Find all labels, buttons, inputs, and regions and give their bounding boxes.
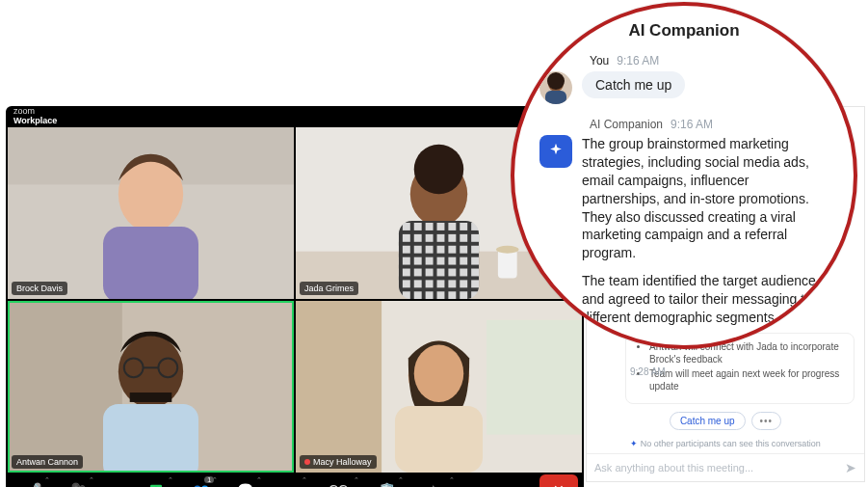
- participant-name: Brock Davis: [16, 284, 63, 293]
- participant-name: Antwan Cannon: [16, 457, 78, 467]
- ai-response: The group brainstormed marketing strateg…: [582, 135, 829, 337]
- sender-label: You: [590, 54, 609, 68]
- svg-point-27: [414, 345, 463, 402]
- microphone-icon: 🎤: [25, 481, 41, 487]
- participant-name-tag: Macy Halloway: [300, 455, 377, 469]
- participant-name: Jada Grimes: [304, 284, 354, 293]
- share-screen-icon: [148, 481, 164, 487]
- zoom-brand-big: Workplace: [13, 116, 57, 125]
- svg-rect-25: [487, 320, 582, 435]
- video-tile[interactable]: Antwan Cannon: [8, 301, 294, 473]
- user-message-bubble: Catch me up: [582, 71, 685, 98]
- ask-input-row: ➤: [587, 453, 864, 481]
- ask-input[interactable]: [594, 462, 839, 473]
- whiteboard-icon: ▭: [283, 481, 296, 487]
- ai-response-paragraph: The group brainstormed marketing strateg…: [582, 135, 829, 262]
- svg-rect-24: [296, 301, 381, 473]
- whiteboards-button[interactable]: ⌃ ▭ Whiteboards: [268, 474, 311, 487]
- participant-name-tag: Brock Davis: [12, 282, 67, 295]
- more-button[interactable]: ⋯ More: [460, 474, 503, 487]
- privacy-note: ✦ No other participants can see this con…: [587, 436, 864, 453]
- sparkle-icon: ✦: [630, 439, 638, 448]
- message-timestamp: 9:16 AM: [671, 118, 713, 131]
- message-timestamp: 9:28 AM: [630, 366, 666, 377]
- action-item: Team will meet again next week for progr…: [649, 368, 844, 392]
- participant-name-tag: Antwan Cannon: [12, 455, 83, 469]
- svg-rect-18: [130, 392, 172, 402]
- panel-title: AI Companion: [539, 21, 829, 41]
- share-button[interactable]: ⌃ Share: [135, 474, 177, 487]
- privacy-text: No other participants can see this conve…: [641, 439, 821, 448]
- more-suggestions-chip[interactable]: •••: [751, 412, 782, 430]
- more-icon: ⋯: [475, 481, 488, 487]
- user-avatar: [539, 71, 572, 104]
- suggestion-chip-row: Catch me up •••: [587, 408, 864, 436]
- user-message-meta: You 9:16 AM: [590, 54, 829, 68]
- zoom-toolbar: ⌃ 🎤 Audio ⌃ 🎥 Video ⌃ Share ⌃ 1 👥: [6, 474, 584, 487]
- participant-name: Macy Halloway: [313, 457, 372, 467]
- captions-button[interactable]: ⌃ CC Show captions: [313, 474, 363, 487]
- magnifier-callout: AI Companion You 9:16 AM Catch me up AI …: [511, 2, 857, 349]
- sender-label: AI Companion: [590, 118, 663, 131]
- video-button[interactable]: ⌃ 🎥 Video: [56, 474, 98, 487]
- catch-me-up-chip[interactable]: Catch me up: [670, 412, 746, 430]
- video-tile[interactable]: Macy Halloway: [296, 301, 582, 473]
- send-icon[interactable]: ➤: [845, 460, 856, 475]
- participant-name-tag: Jada Grimes: [300, 282, 358, 295]
- zoom-titlebar: zoom Workplace View: [6, 106, 584, 125]
- video-grid: Brock Davis Jada Grimes: [6, 125, 584, 474]
- sparkle-icon: ✦: [428, 481, 439, 487]
- svg-point-31: [547, 72, 565, 90]
- close-icon: ✕: [553, 481, 565, 487]
- svg-rect-13: [498, 250, 517, 279]
- svg-point-14: [496, 246, 519, 254]
- audio-button[interactable]: ⌃ 🎤 Audio: [12, 474, 54, 487]
- svg-point-7: [414, 145, 463, 194]
- end-button[interactable]: ✕ End: [539, 474, 578, 487]
- ai-companion-button[interactable]: ⌃ ✦ AI Companion: [409, 474, 459, 487]
- ai-message-meta: AI Companion 9:16 AM: [590, 118, 829, 131]
- svg-rect-3: [103, 227, 198, 299]
- video-tile[interactable]: Brock Davis: [8, 127, 294, 299]
- svg-rect-28: [395, 406, 483, 473]
- svg-rect-19: [103, 404, 198, 473]
- chat-button[interactable]: ⌃ 💬 Chat: [224, 474, 266, 487]
- ai-sparkle-icon: [539, 135, 572, 168]
- zoom-meeting-window: zoom Workplace View Brock Davis: [6, 106, 584, 482]
- message-timestamp: 9:16 AM: [617, 54, 659, 68]
- svg-rect-9: [399, 221, 479, 299]
- camera-icon: 🎥: [69, 481, 86, 487]
- zoom-brand: zoom Workplace: [13, 106, 57, 125]
- captions-icon: CC: [329, 481, 348, 487]
- svg-rect-32: [545, 91, 566, 104]
- shield-icon: 🛡️: [379, 481, 395, 487]
- mic-muted-icon: [304, 459, 310, 465]
- zoom-brand-small: zoom: [13, 106, 35, 116]
- participants-button[interactable]: ⌃ 1 👥 Participants: [179, 474, 222, 487]
- host-tools-button[interactable]: ⌃ 🛡️ Host tools: [365, 474, 408, 487]
- chat-icon: 💬: [237, 481, 253, 487]
